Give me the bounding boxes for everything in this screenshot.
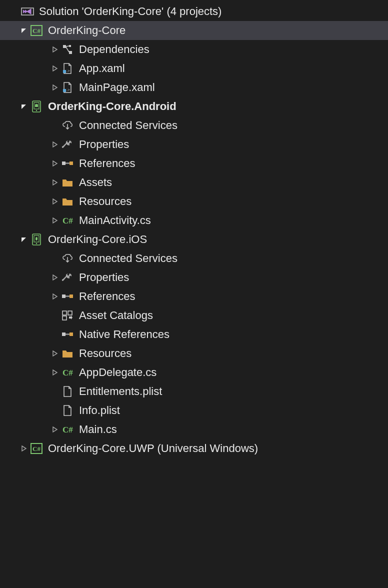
xaml-file-icon: <.> bbox=[61, 81, 74, 94]
expand-toggle-icon[interactable] bbox=[50, 272, 60, 282]
project-core[interactable]: C# OrderKing-Core bbox=[0, 21, 388, 40]
expand-toggle-icon[interactable] bbox=[50, 140, 60, 150]
expand-toggle-icon[interactable] bbox=[50, 348, 60, 358]
node-ios-properties[interactable]: Properties bbox=[0, 268, 388, 287]
node-ios-connected-label: Connected Services bbox=[79, 253, 178, 264]
node-ios-entitlements[interactable]: Entitlements.plist bbox=[0, 382, 388, 401]
file-icon bbox=[61, 385, 74, 398]
svg-text:C#: C# bbox=[62, 216, 73, 226]
csharp-file-icon: C# bbox=[61, 214, 74, 227]
csharp-project-icon: C# bbox=[30, 442, 43, 455]
project-ios[interactable]: OrderKing-Core.iOS bbox=[0, 230, 388, 249]
node-android-references-label: References bbox=[79, 158, 136, 169]
svg-rect-15 bbox=[66, 162, 70, 164]
cloud-download-icon bbox=[61, 252, 74, 265]
references-icon bbox=[61, 157, 74, 170]
wrench-icon bbox=[61, 138, 74, 151]
svg-rect-25 bbox=[62, 316, 66, 320]
expand-toggle-icon[interactable] bbox=[50, 82, 60, 92]
asset-catalog-icon bbox=[61, 309, 74, 322]
solution-explorer-tree: Solution 'OrderKing-Core' (4 projects) C… bbox=[0, 0, 388, 458]
node-app-xaml[interactable]: <.> App.xaml bbox=[0, 59, 388, 78]
project-android-label: OrderKing-Core.Android bbox=[48, 101, 176, 112]
ios-project-icon bbox=[30, 233, 43, 246]
references-icon bbox=[61, 290, 74, 303]
solution-node[interactable]: Solution 'OrderKing-Core' (4 projects) bbox=[0, 2, 388, 21]
references-icon bbox=[61, 328, 74, 341]
expand-toggle-icon[interactable] bbox=[19, 444, 29, 454]
svg-rect-22 bbox=[66, 296, 70, 297]
node-ios-info-label: Info.plist bbox=[79, 405, 120, 416]
node-ios-asset-catalogs[interactable]: Asset Catalogs bbox=[0, 306, 388, 325]
expand-toggle-icon[interactable] bbox=[19, 26, 29, 36]
blank-arrow bbox=[50, 310, 60, 320]
node-ios-entitlements-label: Entitlements.plist bbox=[79, 386, 162, 397]
expand-toggle-icon[interactable] bbox=[19, 102, 29, 112]
project-core-label: OrderKing-Core bbox=[48, 25, 126, 36]
solution-label: Solution 'OrderKing-Core' (4 projects) bbox=[39, 6, 222, 17]
svg-rect-7 bbox=[63, 70, 66, 73]
project-ios-label: OrderKing-Core.iOS bbox=[48, 234, 147, 245]
node-android-references[interactable]: References bbox=[0, 154, 388, 173]
node-android-resources[interactable]: Resources bbox=[0, 192, 388, 211]
visual-studio-icon bbox=[21, 5, 34, 18]
svg-rect-4 bbox=[69, 45, 71, 47]
svg-rect-23 bbox=[62, 311, 66, 315]
file-icon bbox=[61, 404, 74, 417]
node-ios-info[interactable]: Info.plist bbox=[0, 401, 388, 420]
folder-icon bbox=[61, 176, 74, 189]
blank-arrow bbox=[50, 254, 60, 264]
android-project-icon bbox=[30, 100, 43, 113]
project-uwp-label: OrderKing-Core.UWP (Universal Windows) bbox=[48, 443, 258, 454]
blank-arrow bbox=[50, 406, 60, 416]
svg-rect-5 bbox=[69, 51, 72, 54]
node-ios-appdelegate[interactable]: C# AppDelegate.cs bbox=[0, 363, 388, 382]
folder-icon bbox=[61, 347, 74, 360]
node-ios-references[interactable]: References bbox=[0, 287, 388, 306]
node-ios-main[interactable]: C# Main.cs bbox=[0, 420, 388, 439]
expand-toggle-icon[interactable] bbox=[50, 368, 60, 378]
node-android-mainactivity-label: MainActivity.cs bbox=[79, 215, 151, 226]
expand-toggle-icon[interactable] bbox=[50, 216, 60, 226]
expand-toggle-icon[interactable] bbox=[50, 196, 60, 206]
blank-arrow bbox=[50, 120, 60, 130]
expand-toggle-icon[interactable] bbox=[19, 234, 29, 244]
blank-arrow bbox=[10, 6, 20, 16]
svg-rect-27 bbox=[70, 332, 73, 336]
project-android[interactable]: OrderKing-Core.Android bbox=[0, 97, 388, 116]
node-android-mainactivity[interactable]: C# MainActivity.cs bbox=[0, 211, 388, 230]
node-ios-references-label: References bbox=[79, 291, 136, 302]
expand-toggle-icon[interactable] bbox=[50, 64, 60, 74]
node-android-resources-label: Resources bbox=[79, 196, 132, 207]
folder-icon bbox=[61, 195, 74, 208]
expand-toggle-icon[interactable] bbox=[50, 292, 60, 302]
node-android-assets-label: Assets bbox=[79, 177, 112, 188]
dependencies-icon bbox=[61, 43, 74, 56]
node-ios-main-label: Main.cs bbox=[79, 424, 117, 435]
node-android-assets[interactable]: Assets bbox=[0, 173, 388, 192]
cloud-download-icon bbox=[61, 119, 74, 132]
node-ios-connected[interactable]: Connected Services bbox=[0, 249, 388, 268]
node-mainpage-xaml[interactable]: <.> MainPage.xaml bbox=[0, 78, 388, 97]
blank-arrow bbox=[50, 330, 60, 340]
svg-rect-14 bbox=[70, 162, 73, 165]
node-dependencies[interactable]: Dependencies bbox=[0, 40, 388, 59]
svg-rect-3 bbox=[63, 45, 66, 48]
csharp-file-icon: C# bbox=[61, 366, 74, 379]
svg-rect-26 bbox=[62, 332, 66, 336]
svg-rect-13 bbox=[62, 162, 66, 165]
node-ios-resources[interactable]: Resources bbox=[0, 344, 388, 363]
xaml-file-icon: <.> bbox=[61, 62, 74, 75]
expand-toggle-icon[interactable] bbox=[50, 158, 60, 168]
node-android-properties[interactable]: Properties bbox=[0, 135, 388, 154]
expand-toggle-icon[interactable] bbox=[50, 178, 60, 188]
node-ios-native-refs[interactable]: Native References bbox=[0, 325, 388, 344]
expand-toggle-icon[interactable] bbox=[50, 424, 60, 434]
svg-rect-24 bbox=[68, 311, 72, 315]
expand-toggle-icon[interactable] bbox=[50, 44, 60, 54]
svg-rect-21 bbox=[70, 294, 73, 298]
node-android-connected[interactable]: Connected Services bbox=[0, 116, 388, 135]
node-app-xaml-label: App.xaml bbox=[79, 63, 125, 74]
svg-text:C#: C# bbox=[32, 445, 40, 452]
project-uwp[interactable]: C# OrderKing-Core.UWP (Universal Windows… bbox=[0, 439, 388, 458]
